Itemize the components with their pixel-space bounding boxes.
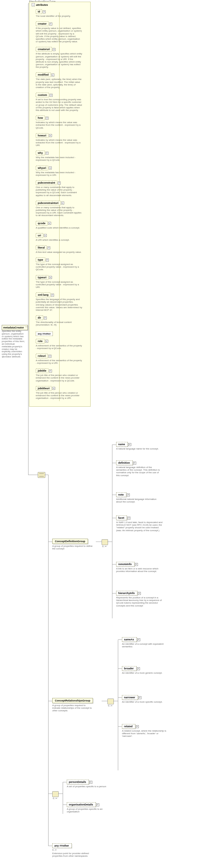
elem-note[interactable]: note+Additional natural language informa… xyxy=(116,492,162,503)
attr-howuri: howuri+Indicates by which means the valu… xyxy=(36,133,87,147)
attributes-list: id+The local identifier of the property.… xyxy=(29,7,90,406)
attr-role: role+A refinement of the semantics of th… xyxy=(36,339,87,349)
expand-icon[interactable]: + xyxy=(138,696,142,699)
elem-name[interactable]: name+A natural language name for the con… xyxy=(116,442,158,450)
group-concept-relationships[interactable]: ConceptRelationshipsGroup A group of pro… xyxy=(52,698,93,712)
expand-icon[interactable]: + xyxy=(52,387,55,390)
attributes-label: attributes xyxy=(36,3,48,6)
group-label: ConceptDefinitionGroup xyxy=(52,539,88,544)
elem-related[interactable]: related+A related concept, where the rel… xyxy=(122,724,169,738)
any-element-desc: Extension point for provider-defined pro… xyxy=(52,852,99,857)
cardinality: 0..∞ xyxy=(52,848,99,851)
expand-icon[interactable]: + xyxy=(135,563,138,566)
expand-icon[interactable]: + xyxy=(51,294,54,297)
choice-compositor[interactable] xyxy=(52,791,59,797)
attr-id: id+The local identifier of the property. xyxy=(36,9,87,18)
expand-icon[interactable]: + xyxy=(46,259,49,261)
expand-icon[interactable]: + xyxy=(61,202,64,205)
any-element-label: any ##other xyxy=(52,843,72,848)
expand-icon[interactable]: + xyxy=(53,48,55,51)
expand-icon[interactable]: + xyxy=(137,638,140,641)
elem-hierarchyinfo[interactable]: hierarchyInfo+Represents the position of… xyxy=(116,591,162,607)
any-attribute[interactable]: any ##other xyxy=(36,332,53,336)
elem-organisationdetails[interactable]: organisationDetails+A group of propertie… xyxy=(67,802,113,813)
expand-icon[interactable]: + xyxy=(47,246,50,249)
elem-broader[interactable]: broader+An identifier of a more generic … xyxy=(122,666,162,674)
diagram-canvas: { "header": "FlexAuthorPropType", "root"… xyxy=(0,0,205,868)
expand-icon[interactable]: + xyxy=(89,781,92,784)
attr-pubconstraint: pubconstraint+One or many constraints th… xyxy=(36,180,87,197)
attr-pubconstrainturi: pubconstrainturi+One or many constraints… xyxy=(36,201,87,217)
expand-icon[interactable]: + xyxy=(49,370,52,372)
expand-icon[interactable]: + xyxy=(51,73,54,76)
expand-icon[interactable]: + xyxy=(44,316,47,319)
attr-dir: dir+The directionality of textual conten… xyxy=(36,315,87,326)
expand-icon[interactable]: + xyxy=(48,222,51,225)
sequence-compositor[interactable] xyxy=(107,699,114,704)
expand-icon[interactable]: + xyxy=(58,182,61,185)
expand-icon[interactable]: + xyxy=(127,517,130,520)
sequence-compositor[interactable] xyxy=(38,472,45,478)
cardinality: 0..∞ xyxy=(53,797,57,800)
expand-icon[interactable]: + xyxy=(46,117,49,120)
expand-icon[interactable]: + xyxy=(49,23,52,26)
collapse-icon[interactable]: – xyxy=(32,3,35,6)
root-element-desc: Specifies the entity (person, organisati… xyxy=(2,330,25,358)
elem-narrower[interactable]: narrower+An identifier of a more specifi… xyxy=(122,695,162,703)
expand-icon[interactable]: + xyxy=(133,462,136,465)
expand-icon[interactable]: + xyxy=(45,340,48,343)
root-element[interactable]: metadataCreator xyxy=(2,325,28,330)
expand-icon[interactable]: + xyxy=(49,355,51,358)
expand-icon[interactable]: + xyxy=(49,276,52,279)
expand-icon[interactable]: + xyxy=(49,134,52,137)
attr-xml-lang: xml:lang+Specifies the language of this … xyxy=(36,292,87,311)
expand-icon[interactable]: + xyxy=(46,152,49,155)
expand-icon[interactable]: + xyxy=(138,592,141,595)
attr-custom: custom+If set to true the corresponding … xyxy=(36,93,87,112)
group-desc: A group of properties required to define… xyxy=(52,545,93,550)
elem-persondetails[interactable]: personDetails+A set of properties specif… xyxy=(67,780,106,788)
attr-jobtitle: jobtitle+The job title of the person who… xyxy=(36,368,87,382)
expand-icon[interactable]: + xyxy=(96,803,99,806)
expand-icon[interactable]: + xyxy=(44,234,47,237)
elem-sameas[interactable]: sameAs+An identifier of a concept with e… xyxy=(122,637,169,648)
attributes-panel: – attributes id+The local identifier of … xyxy=(29,2,91,407)
root-element-label: metadataCreator xyxy=(3,326,24,329)
group-concept-definition[interactable]: ConceptDefinitionGroup A group of proper… xyxy=(52,539,93,550)
cardinality: 0..∞ xyxy=(102,545,107,548)
elem-definition[interactable]: definition+A natural language definition… xyxy=(116,461,162,477)
expand-icon[interactable]: + xyxy=(127,494,130,496)
attr-roleuri: roleuri+A refinement of the semantics of… xyxy=(36,353,87,364)
elem-remoteinfo[interactable]: remoteInfo+A link to an item or a web re… xyxy=(116,562,162,572)
expand-icon[interactable]: + xyxy=(136,725,139,728)
attr-why: why+Why the metadata has been included -… xyxy=(36,151,87,161)
expand-icon[interactable]: + xyxy=(49,166,52,169)
cardinality: 0..∞ xyxy=(108,704,112,707)
attr-whyuri: whyuri+Why the metadata has been include… xyxy=(36,166,87,176)
attributes-header[interactable]: – attributes xyxy=(29,2,90,7)
attr-jobtitleuri: jobtitleuri+The job title of the person … xyxy=(36,386,87,400)
elem-facet[interactable]: facet+In NAR 1.8 and later, facet is dep… xyxy=(116,516,162,532)
group-desc: A group of properties required to indica… xyxy=(52,704,93,712)
sequence-compositor[interactable] xyxy=(102,539,108,545)
attr-how: how+Indicates by which means the value w… xyxy=(36,116,87,129)
attr-creatoruri: creatoruri+If the attribute is empty, sp… xyxy=(36,47,87,68)
attr-qcode: qcode+A qualified code which identifies … xyxy=(36,221,87,229)
attr-modified: modified+The date (and, optionally, the … xyxy=(36,72,87,89)
attr-typeuri: typeuri+The type of the concept assigned… xyxy=(36,275,87,289)
expand-icon[interactable]: + xyxy=(137,667,140,670)
elem-any-other[interactable]: any ##other 0..∞ Extension point for pro… xyxy=(52,843,99,857)
expand-icon[interactable]: + xyxy=(128,443,131,446)
attr-uri: uri+A URI which identifies a concept. xyxy=(36,233,87,241)
attr-literal: literal+A free-text value assigned as pr… xyxy=(36,245,87,253)
expand-icon[interactable]: + xyxy=(43,10,46,13)
attr-creator: creator+If the property value is not def… xyxy=(36,22,87,43)
expand-icon[interactable]: + xyxy=(50,94,53,97)
attr-type: type+The type of the concept assigned as… xyxy=(36,257,87,271)
group-label: ConceptRelationshipsGroup xyxy=(52,698,93,703)
